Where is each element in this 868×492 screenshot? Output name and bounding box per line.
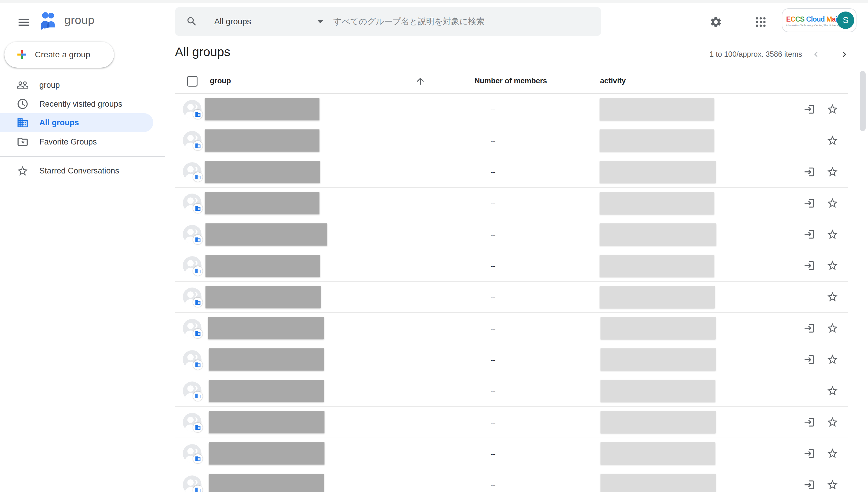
group-building-badge-icon xyxy=(193,329,203,338)
group-avatar xyxy=(183,413,202,432)
table-row[interactable]: -- xyxy=(175,188,848,219)
enter-group-button[interactable] xyxy=(803,479,815,491)
star-group-button[interactable] xyxy=(826,134,839,147)
star-group-button[interactable] xyxy=(826,385,839,397)
member-count: -- xyxy=(491,356,495,364)
table-row[interactable]: -- xyxy=(175,313,848,344)
group-name-redacted xyxy=(205,161,320,183)
group-name-redacted xyxy=(205,98,319,120)
group-name-redacted xyxy=(209,411,324,433)
sidebar-item-favorite-groups[interactable]: Favorite Groups xyxy=(0,132,153,151)
group-avatar xyxy=(183,162,202,181)
star-group-button[interactable] xyxy=(826,291,839,303)
sidebar-item-label: All groups xyxy=(39,118,79,127)
clock-icon xyxy=(17,98,29,110)
search-scope-label: All groups xyxy=(214,17,251,26)
table-row[interactable]: -- xyxy=(175,438,848,469)
sidebar-item-group[interactable]: group xyxy=(0,76,153,95)
sidebar-item-starred-conversations[interactable]: Starred Conversations xyxy=(0,162,153,180)
building-icon xyxy=(17,117,29,129)
vertical-scrollbar-thumb[interactable] xyxy=(860,71,866,131)
enter-group-button[interactable] xyxy=(803,447,815,460)
search-bar[interactable]: All groups xyxy=(175,7,601,36)
sidebar-item-recently-visited[interactable]: Recently visited groups xyxy=(0,95,153,114)
sort-ascending-icon[interactable] xyxy=(415,76,426,89)
table-row[interactable]: -- xyxy=(175,344,848,375)
star-group-button[interactable] xyxy=(826,103,839,115)
enter-group-button[interactable] xyxy=(803,416,815,428)
table-row[interactable]: -- xyxy=(175,281,848,313)
enter-group-button[interactable] xyxy=(803,103,815,115)
people-icon xyxy=(17,79,29,91)
group-name-redacted xyxy=(209,380,324,402)
sidebar-item-label: Favorite Groups xyxy=(39,137,97,147)
member-count: -- xyxy=(491,199,495,208)
group-avatar xyxy=(183,194,202,213)
table-row[interactable]: -- xyxy=(175,375,848,407)
group-building-badge-icon xyxy=(193,204,203,213)
apps-launcher-button[interactable] xyxy=(749,10,772,34)
create-group-button[interactable]: Create a group xyxy=(4,42,114,68)
table-row[interactable]: -- xyxy=(175,469,848,492)
column-header-group[interactable]: group xyxy=(210,76,231,85)
group-building-badge-icon xyxy=(193,235,203,244)
table-row[interactable]: -- xyxy=(175,94,848,125)
table-rows: -- -- xyxy=(175,94,848,492)
group-avatar xyxy=(183,225,202,244)
star-outline-icon xyxy=(826,291,839,303)
star-outline-icon xyxy=(826,385,839,397)
table-header: group Number of members activity xyxy=(175,70,848,93)
star-outline-icon xyxy=(826,166,839,178)
table-row[interactable]: -- xyxy=(175,125,848,156)
login-icon xyxy=(804,228,815,240)
login-icon xyxy=(804,260,815,271)
group-avatar xyxy=(183,319,202,338)
star-group-button[interactable] xyxy=(826,416,839,428)
enter-group-button[interactable] xyxy=(803,228,815,241)
account-pill[interactable]: ECCS Cloud Mail Information Technology C… xyxy=(782,8,857,32)
star-group-button[interactable] xyxy=(826,353,839,366)
select-all-checkbox[interactable] xyxy=(187,76,198,87)
enter-group-button[interactable] xyxy=(803,197,815,209)
table-row[interactable]: -- xyxy=(175,219,848,250)
settings-button[interactable] xyxy=(704,10,728,34)
table-row[interactable]: -- xyxy=(175,156,848,188)
table-row[interactable]: -- xyxy=(175,250,848,281)
activity-redacted xyxy=(600,255,714,277)
star-group-button[interactable] xyxy=(826,479,839,491)
group-name-redacted xyxy=(209,348,324,371)
table-row[interactable]: -- xyxy=(175,407,848,438)
star-group-button[interactable] xyxy=(826,166,839,178)
previous-page-button[interactable] xyxy=(808,47,824,63)
star-group-button[interactable] xyxy=(826,447,839,460)
login-icon xyxy=(804,354,815,365)
column-header-members[interactable]: Number of members xyxy=(474,76,547,85)
star-outline-icon xyxy=(826,447,839,460)
star-group-button[interactable] xyxy=(826,260,839,272)
search-input[interactable] xyxy=(333,7,601,36)
star-group-button[interactable] xyxy=(826,197,839,209)
search-scope-selector[interactable]: All groups xyxy=(214,17,333,26)
enter-group-button[interactable] xyxy=(803,166,815,178)
next-page-button[interactable] xyxy=(836,47,852,63)
star-group-button[interactable] xyxy=(826,228,839,241)
avatar[interactable]: S xyxy=(837,11,854,29)
main-menu-button[interactable] xyxy=(13,11,34,32)
sidebar-divider xyxy=(0,156,165,157)
activity-redacted xyxy=(601,348,716,371)
column-header-activity[interactable]: activity xyxy=(600,76,626,85)
groups-logo[interactable]: group xyxy=(38,9,95,30)
enter-group-button[interactable] xyxy=(803,260,815,272)
activity-redacted xyxy=(600,129,714,152)
product-name: group xyxy=(64,13,95,27)
sidebar-item-all-groups[interactable]: All groups xyxy=(0,113,153,132)
create-group-label: Create a group xyxy=(35,50,90,59)
enter-group-button[interactable] xyxy=(803,353,815,366)
star-outline-icon xyxy=(826,260,839,272)
window-top-strip xyxy=(0,0,868,3)
group-avatar xyxy=(183,475,202,492)
member-count: -- xyxy=(491,262,495,270)
enter-group-button[interactable] xyxy=(803,322,815,334)
login-icon xyxy=(804,103,815,115)
star-group-button[interactable] xyxy=(826,322,839,334)
